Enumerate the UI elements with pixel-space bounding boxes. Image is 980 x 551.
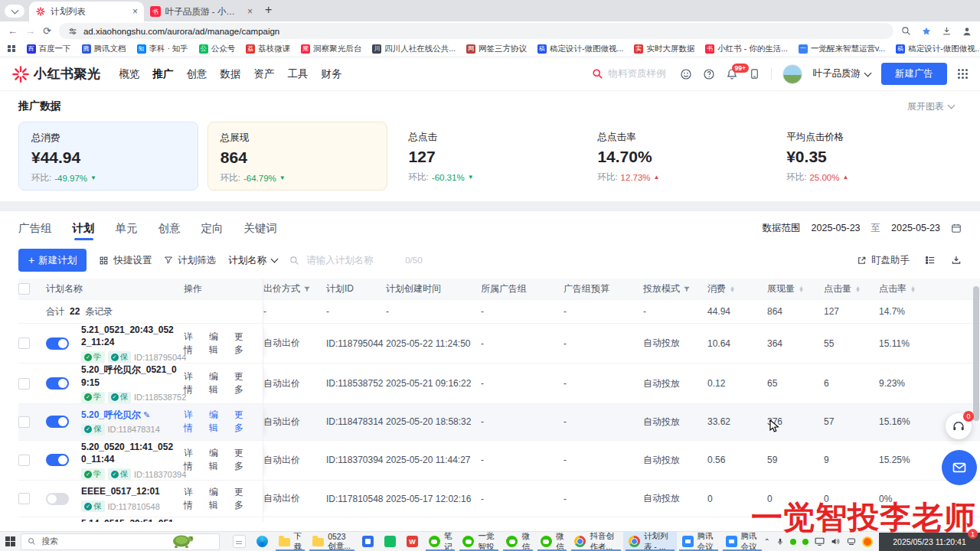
plan-search-input[interactable] [305,254,400,266]
action-编辑[interactable]: 编辑 [209,331,225,357]
taskbar-app-微信[interactable]: 微信 [501,532,535,551]
bookmark-item[interactable]: 聚洞察聚光后台 [296,44,367,54]
action-编辑[interactable]: 编辑 [209,447,225,473]
date-start[interactable]: 2025-05-23 [812,223,861,233]
new-plan-button[interactable]: +新建计划 [18,249,87,272]
table-row[interactable]: 5.21_0521_20:43_0522_11:24✓学✓保ID:1187950… [18,324,980,364]
taskbar-app-笔记[interactable]: 笔记 [423,532,458,551]
taskbar-app-0523创意...[interactable]: 0523创意... [307,532,357,551]
row-checkbox[interactable] [18,493,30,504]
table-row[interactable]: 5.20_呼伦贝尔 ✎✓保ID:118478314详情编辑更多自动出价ID:11… [18,404,980,441]
back-button[interactable]: ← [8,26,18,36]
plan-toggle[interactable] [46,377,69,390]
bookmark-star-icon[interactable] [921,26,932,37]
nav-item-财务[interactable]: 财务 [322,67,342,81]
edit-pencil-icon[interactable]: ✎ [141,410,150,419]
bookmark-item[interactable]: 川四川人社在线公共... [367,44,461,54]
nav-item-推广[interactable]: 推广 [153,67,174,81]
notifications-bell-icon[interactable]: 99+ [726,68,738,80]
nav-item-数据[interactable]: 数据 [220,67,241,81]
stat-card[interactable]: 平均点击价格¥0.35环比:25.00%▲ [774,122,954,189]
sort-icon[interactable]: ▲▼ [799,286,804,292]
tab-search-button[interactable] [5,5,24,18]
bookmark-item[interactable]: 实实时大屏数据 [629,44,700,54]
stat-card[interactable]: 总展现864环比:-64.79%▼ [207,122,387,191]
start-button[interactable] [0,532,21,551]
bookmark-item[interactable]: 网网签三方协议 [461,44,532,54]
taskbar-app-wps[interactable]: W [401,532,423,551]
plan-toggle[interactable] [46,454,69,466]
taskbar-app-腾讯会议[interactable]: 腾讯会议 [677,532,720,551]
nav-item-工具[interactable]: 工具 [288,67,309,81]
column-settings-icon[interactable] [925,255,936,266]
taskbar-app-一觉智投[interactable]: 一觉智投 [457,532,501,551]
quick-settings-button[interactable]: 快捷设置 [99,254,152,267]
reload-button[interactable]: ⟳ [43,26,51,36]
tab-广告组[interactable]: 广告组 [18,211,52,245]
account-menu[interactable]: 叶子品质游 [813,67,871,80]
action-更多[interactable]: 更多 [234,447,250,473]
wechat-tray-icon[interactable] [802,539,808,545]
action-更多[interactable]: 更多 [234,486,250,512]
new-tab-button[interactable]: + [265,3,272,17]
search-field-select[interactable]: 计划名称 [228,254,277,267]
feedback-smiley-icon[interactable] [680,68,692,80]
nav-item-资产[interactable]: 资产 [254,67,275,81]
bookmark-item[interactable]: 百百度一下 [21,44,77,54]
action-更多[interactable]: 更多 [234,409,250,435]
tab-定向[interactable]: 定向 [201,211,224,245]
plan-filter-button[interactable]: 计划筛选 [164,254,216,267]
bookmark-item[interactable]: 一一觉醒来智慧运营v... [793,44,890,54]
select-all-checkbox[interactable] [18,283,30,295]
taskbar-app-notes[interactable] [227,532,251,551]
bookmark-item[interactable]: 稿稿定设计-做图做视... [890,44,980,54]
apps-grid-icon[interactable] [958,69,968,79]
bookmark-item[interactable]: 腾腾讯文档 [77,44,132,54]
bookmark-item[interactable]: 书小红书 - 你的生活... [700,44,793,54]
tab-close-icon[interactable]: × [132,7,138,16]
filter-funnel-icon[interactable] [303,285,311,293]
action-详情[interactable]: 详情 [184,331,200,357]
action-更多[interactable]: 更多 [234,331,250,357]
row-checkbox[interactable] [18,416,30,428]
plan-toggle[interactable] [46,416,69,428]
row-checkbox[interactable] [18,337,30,349]
sort-icon[interactable]: ▲▼ [730,286,735,292]
action-编辑[interactable]: 编辑 [209,370,225,396]
bookmark-item[interactable]: 知李科 · 知乎 [132,44,194,54]
taskbar-app-下载[interactable]: 下载 [273,532,308,551]
new-ad-button[interactable]: 新建广告 [881,63,947,85]
taskbar-app-blueapp[interactable] [357,532,379,551]
message-mail-button[interactable] [942,450,977,485]
nav-item-创意[interactable]: 创意 [187,67,207,81]
taskbar-app-edge[interactable] [251,532,273,551]
taskbar-app-greenapp[interactable] [379,532,401,551]
stat-card[interactable]: 总消费¥44.94环比:-49.97%▼ [18,122,198,191]
profile-icon[interactable] [962,26,972,37]
taskbar-app-计划列表 - ...[interactable]: 计划列表 - ... [623,532,677,551]
help-icon[interactable] [703,68,715,80]
plan-name[interactable]: 5.20_呼伦贝尔 ✎ [81,409,160,421]
stat-card[interactable]: 总点击127环比:-60.31%▼ [397,122,577,189]
export-download-icon[interactable] [951,255,962,266]
filter-funnel-icon[interactable] [683,285,691,293]
bookmark-item[interactable]: 公公众号 [194,44,241,54]
row-checkbox[interactable] [18,455,30,466]
stat-card[interactable]: 总点击率14.70%环比:12.73%▲ [585,122,765,189]
mobile-device-icon[interactable] [749,68,760,80]
monitor-assistant-link[interactable]: 盯盘助手 [857,254,910,267]
app-logo[interactable]: 小红书聚光 [12,65,101,83]
url-bar[interactable]: ad.xiaohongshu.com/aurora/ad/manage/camp… [59,23,893,39]
table-row[interactable]: 5.20_0520_11:41_0520_11:44✓学✓保ID:1183703… [18,441,980,481]
bookmark-item[interactable]: 稿稿定设计-做图做视... [532,44,629,54]
tab-close-icon[interactable]: × [247,7,253,16]
zoom-icon[interactable] [901,26,911,36]
avatar[interactable] [782,64,802,84]
action-详情[interactable]: 详情 [184,370,200,396]
forward-button[interactable]: → [25,26,35,36]
taskbar-search[interactable]: 搜索 [21,533,219,550]
action-详情[interactable]: 详情 [184,409,200,435]
plan-toggle[interactable] [46,337,69,350]
action-编辑[interactable]: 编辑 [209,486,225,512]
wechat-tray-icon[interactable] [790,539,796,545]
